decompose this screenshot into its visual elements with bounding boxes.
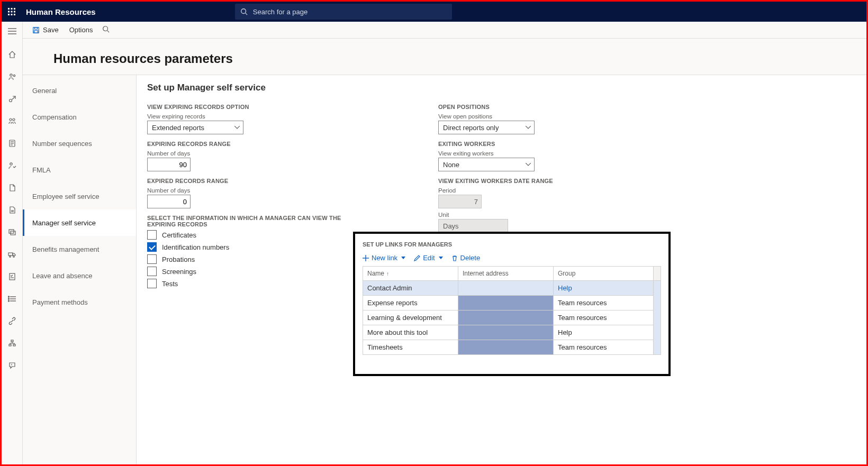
svg-rect-7	[11, 14, 13, 15]
chevron-down-icon	[439, 257, 443, 259]
sidenav-fmla[interactable]: FMLA	[23, 157, 136, 183]
checkbox-tests[interactable]	[147, 279, 157, 288]
checkbox-probations[interactable]	[147, 254, 157, 264]
sidenav-employee-self-service[interactable]: Employee self service	[23, 183, 136, 209]
left-column: VIEW EXPIRING RECORDS OPTION View expiri…	[147, 100, 364, 291]
nav-truck-icon[interactable]	[6, 248, 19, 261]
edit-link-label: Edit	[423, 254, 435, 262]
command-bar: Save Options	[23, 22, 866, 39]
checkbox-identification-numbers[interactable]	[147, 242, 157, 252]
global-search-input[interactable]	[252, 7, 447, 16]
table-row[interactable]: Expense reports Team resources	[363, 296, 661, 310]
links-table: Name↑ Internet address Group Contact Adm…	[363, 266, 661, 355]
nav-feedback-icon[interactable]	[6, 359, 19, 372]
command-search-button[interactable]	[102, 25, 110, 34]
select-view-expiring[interactable]: Extended reports	[147, 121, 243, 134]
svg-rect-39	[11, 340, 13, 342]
sidenav-number-sequences[interactable]: Number sequences	[23, 130, 136, 157]
nav-tasks-icon[interactable]	[6, 137, 19, 150]
input-expiring-days[interactable]	[147, 158, 191, 171]
form-area: Set up Manager self service VIEW EXPIRIN…	[137, 75, 866, 464]
delete-link-button[interactable]: Delete	[451, 254, 481, 262]
sidenav-manager-self-service[interactable]: Manager self service	[23, 209, 136, 236]
checkbox-certificates[interactable]	[147, 230, 157, 240]
col-name[interactable]: Name↑	[363, 267, 458, 281]
nav-list-icon[interactable]	[6, 293, 19, 305]
section-expired-range: EXPIRED RECORDS RANGE	[147, 178, 364, 184]
nav-cards-icon[interactable]	[6, 226, 19, 239]
svg-line-10	[245, 13, 247, 15]
app-launcher-button[interactable]	[2, 2, 22, 22]
table-row[interactable]: Contact Admin Help	[363, 281, 661, 296]
nav-team-icon[interactable]	[6, 115, 19, 127]
cell-group: Team resources	[554, 340, 654, 355]
search-icon	[240, 8, 248, 15]
save-label: Save	[43, 26, 59, 34]
select-view-expiring-value: Extended reports	[152, 124, 204, 132]
new-link-button[interactable]: New link	[363, 254, 405, 262]
save-button[interactable]: Save	[29, 24, 62, 36]
global-search[interactable]	[235, 4, 452, 20]
label-expiring-days: Number of days	[147, 150, 364, 157]
label-expired-days: Number of days	[147, 187, 364, 194]
cell-group: Team resources	[554, 310, 654, 325]
table-row[interactable]: Learning & development Team resources	[363, 310, 661, 325]
links-toolbar: New link Edit Delete	[363, 254, 661, 262]
section-expiring-range: EXPIRING RECORDS RANGE	[147, 141, 364, 147]
table-row[interactable]: Timesheets Team resources	[363, 340, 661, 355]
svg-rect-43	[34, 27, 37, 29]
trash-icon	[451, 255, 458, 261]
sidenav-benefits-management[interactable]: Benefits management	[23, 236, 136, 262]
select-open-positions[interactable]: Direct reports only	[438, 121, 535, 134]
nav-expand-button[interactable]	[6, 25, 19, 38]
options-label: Options	[69, 26, 93, 34]
select-exiting-workers-value: None	[443, 161, 459, 169]
chevron-down-icon	[234, 126, 240, 129]
left-nav-rail	[2, 22, 23, 464]
options-button[interactable]: Options	[66, 24, 96, 36]
sidenav-leave-and-absence[interactable]: Leave and absence	[23, 262, 136, 289]
select-exiting-workers[interactable]: None	[438, 158, 535, 171]
table-scroll-gutter[interactable]	[654, 281, 661, 355]
nav-person-manage-icon[interactable]	[6, 159, 19, 172]
table-header-row: Name↑ Internet address Group	[363, 267, 661, 281]
label-period: Period	[438, 187, 553, 194]
svg-rect-28	[8, 253, 13, 255]
edit-link-button[interactable]: Edit	[414, 254, 442, 262]
section-view-expiring: VIEW EXPIRING RECORDS OPTION	[147, 104, 364, 110]
cell-address	[458, 296, 554, 310]
table-row[interactable]: More about this tool Help	[363, 325, 661, 340]
col-group[interactable]: Group	[554, 267, 654, 281]
select-unit-value: Days	[443, 222, 459, 230]
nav-doc1-icon[interactable]	[6, 181, 19, 194]
form-title: Set up Manager self service	[147, 83, 856, 93]
svg-point-30	[13, 256, 14, 258]
svg-rect-1	[11, 8, 13, 10]
svg-rect-31	[10, 273, 15, 280]
section-exiting-workers: EXITING WORKERS	[438, 141, 553, 147]
label-view-expiring: View expiring records	[147, 113, 364, 120]
table-scroll-gutter	[654, 267, 661, 281]
nav-doc2-icon[interactable]	[6, 204, 19, 216]
svg-point-17	[10, 118, 12, 121]
nav-org-icon[interactable]	[6, 337, 19, 350]
svg-point-45	[103, 26, 108, 31]
svg-point-38	[8, 300, 9, 301]
sidenav-payment-methods[interactable]: Payment methods	[23, 289, 136, 315]
input-expired-days[interactable]	[147, 195, 191, 208]
nav-compensation-icon[interactable]	[6, 93, 19, 105]
section-select-info: SELECT THE INFORMATION IN WHICH A MANAGE…	[147, 215, 364, 227]
sidenav-general[interactable]: General	[23, 77, 136, 104]
links-for-managers-panel: SET UP LINKS FOR MANAGERS New link Edit	[353, 232, 671, 376]
sort-asc-icon: ↑	[386, 271, 389, 277]
checkbox-screenings[interactable]	[147, 267, 157, 276]
svg-point-29	[9, 256, 11, 258]
cell-address	[458, 310, 554, 325]
sidenav-compensation[interactable]: Compensation	[23, 104, 136, 130]
select-open-positions-value: Direct reports only	[443, 124, 499, 132]
nav-home-icon[interactable]	[6, 48, 19, 61]
nav-checklist-icon[interactable]	[6, 270, 19, 283]
nav-link-icon[interactable]	[6, 315, 19, 327]
nav-people-icon[interactable]	[6, 70, 19, 83]
col-internet-address[interactable]: Internet address	[458, 267, 554, 281]
